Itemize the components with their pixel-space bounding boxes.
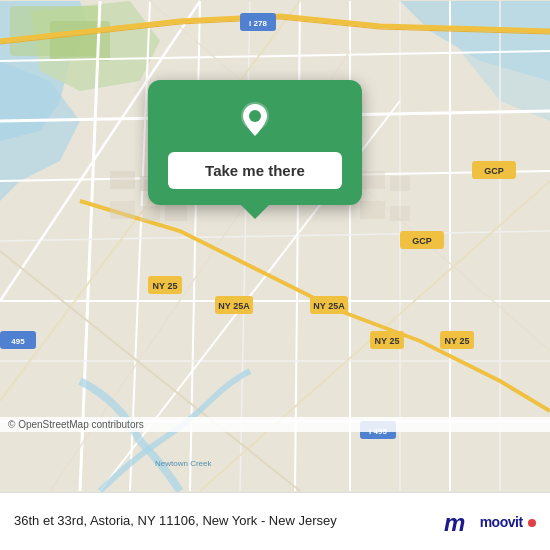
map-pin-icon (233, 98, 277, 142)
moovit-dot (528, 519, 536, 527)
svg-text:NY 25: NY 25 (153, 281, 178, 291)
location-card: Take me there (148, 80, 362, 205)
svg-rect-53 (110, 201, 135, 219)
take-me-there-button[interactable]: Take me there (168, 152, 342, 189)
map-area: NY 25 NY 25A NY 25A GCP GCP NY 25 NY 25 … (0, 0, 550, 492)
svg-text:m: m (444, 509, 465, 535)
svg-text:NY 25A: NY 25A (218, 301, 250, 311)
svg-text:NY 25: NY 25 (445, 336, 470, 346)
info-bar: 36th et 33rd, Astoria, NY 11106, New Yor… (0, 492, 550, 550)
svg-text:NY 25: NY 25 (375, 336, 400, 346)
svg-rect-58 (360, 201, 385, 219)
svg-point-61 (249, 110, 261, 122)
svg-text:495: 495 (11, 337, 25, 346)
moovit-logo: m moovit (444, 509, 536, 535)
svg-rect-54 (140, 206, 160, 221)
address-text: 36th et 33rd, Astoria, NY 11106, New Yor… (14, 512, 432, 530)
svg-text:GCP: GCP (412, 236, 432, 246)
app-container: NY 25 NY 25A NY 25A GCP GCP NY 25 NY 25 … (0, 0, 550, 550)
svg-rect-48 (110, 171, 135, 189)
svg-rect-59 (390, 206, 410, 221)
svg-text:Newtown Creek: Newtown Creek (155, 459, 212, 468)
svg-text:I 278: I 278 (249, 19, 267, 28)
attribution-bar: © OpenStreetMap contributors (0, 417, 550, 432)
attribution-text: © OpenStreetMap contributors (8, 419, 144, 430)
svg-rect-56 (360, 171, 385, 189)
svg-rect-2 (50, 21, 110, 61)
moovit-wordmark: moovit (480, 514, 523, 530)
moovit-logo-icon: m (444, 509, 476, 535)
svg-rect-55 (165, 203, 187, 221)
svg-rect-57 (390, 176, 410, 191)
svg-text:NY 25A: NY 25A (313, 301, 345, 311)
svg-text:GCP: GCP (484, 166, 504, 176)
